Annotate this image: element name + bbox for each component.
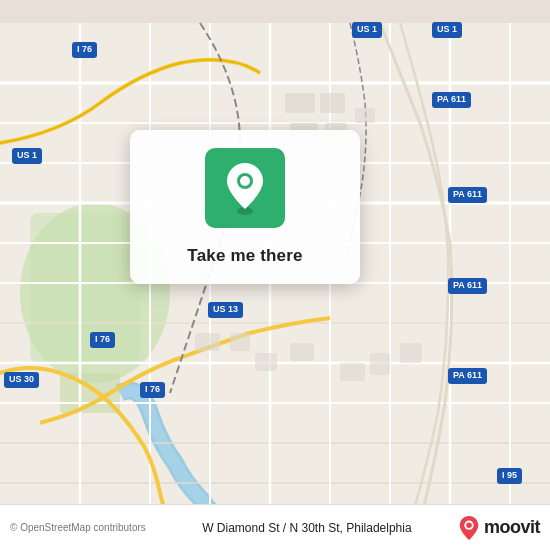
svg-rect-25: [355, 108, 375, 123]
bottom-bar: © OpenStreetMap contributors W Diamond S…: [0, 504, 550, 550]
svg-rect-33: [370, 353, 390, 375]
copyright-text: © OpenStreetMap contributors: [10, 522, 146, 533]
svg-point-40: [466, 522, 472, 528]
svg-rect-34: [400, 343, 422, 363]
moovit-pin-icon: [458, 515, 480, 541]
address-label: W Diamond St / N 30th St, Philadelphia: [156, 521, 458, 535]
map-container: I 76 US 1 US 1 US 1 PA 611 PA 611 PA 611…: [0, 0, 550, 550]
svg-rect-30: [255, 353, 277, 371]
pin-icon-wrapper: [205, 148, 285, 228]
moovit-text: moovit: [484, 517, 540, 538]
svg-rect-29: [230, 333, 250, 351]
moovit-logo: moovit: [458, 515, 540, 541]
svg-rect-31: [290, 343, 314, 361]
svg-rect-24: [320, 93, 345, 113]
take-me-there-button[interactable]: Take me there: [187, 242, 302, 270]
svg-rect-28: [195, 333, 220, 351]
attribution: © OpenStreetMap contributors: [10, 522, 146, 533]
svg-point-38: [240, 176, 250, 186]
svg-rect-32: [340, 363, 365, 381]
overlay-card: Take me there: [130, 130, 360, 284]
svg-rect-23: [285, 93, 315, 113]
map-pin-icon: [223, 161, 267, 215]
svg-rect-2: [30, 213, 140, 363]
